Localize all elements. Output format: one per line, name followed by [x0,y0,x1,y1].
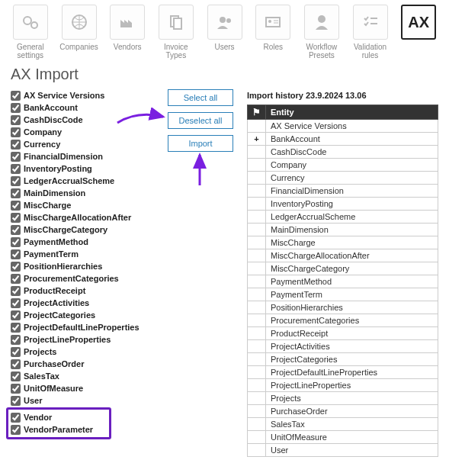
table-row[interactable]: CashDiscCode [248,146,438,159]
entity-checkbox-bankaccount[interactable] [11,103,21,113]
select-all-button[interactable]: Select all [168,89,233,106]
entity-label: ProductReceipt [24,286,85,295]
annotation-highlight-vendor: VendorVendorParameter [6,407,111,439]
nav-item-ax[interactable]: AX [396,5,441,43]
entity-checkbox-ledgeraccrualscheme[interactable] [11,176,21,186]
entity-checkbox-projectactivities[interactable] [11,298,21,308]
import-button[interactable]: Import [168,135,233,152]
entity-cell: MiscChargeCategory [266,262,438,275]
table-row[interactable]: Currency [248,172,438,185]
table-row[interactable]: PaymentMethod [248,275,438,288]
table-row[interactable]: ProjectLineProperties [248,379,438,392]
column-header-flag[interactable]: ⚑ [248,105,266,120]
table-row[interactable]: ProjectDefaultLineProperties [248,366,438,379]
entity-checkbox-productreceipt[interactable] [11,286,21,296]
entity-label: FinancialDimension [24,152,103,161]
entity-checkbox-maindimension[interactable] [11,188,21,198]
table-row[interactable]: UnitOfMeasure [248,431,438,444]
entity-checkbox-procurementcategories[interactable] [11,274,21,284]
table-row[interactable]: MiscCharge [248,236,438,249]
table-row[interactable]: LedgerAccrualScheme [248,211,438,224]
svg-point-6 [226,18,231,23]
entity-checkbox-projectlineproperties[interactable] [11,335,21,345]
nav-item-users[interactable]: Users [202,5,248,51]
import-history-table: ⚑ Entity AX Service Versions+BankAccount… [247,105,438,457]
table-row[interactable]: +BankAccount [248,133,438,146]
nav-item-roles[interactable]: Roles [250,5,296,51]
svg-point-11 [318,15,326,23]
entity-checkbox-salestax[interactable] [11,371,21,381]
entity-checkbox-user[interactable] [11,396,21,406]
entity-checkbox-misccharge[interactable] [11,201,21,211]
expand-cell [248,314,266,327]
table-row[interactable]: PositionHierarchies [248,301,438,314]
entity-checkbox-company[interactable] [11,127,21,137]
entity-checkbox-paymentmethod[interactable] [11,237,21,247]
table-row[interactable]: ProjectCategories [248,353,438,366]
entity-checkbox-purchaseorder[interactable] [11,359,21,369]
entity-check-row: PurchaseOrder [11,358,160,370]
expand-cell [248,275,266,288]
entity-checkbox-miscchargeallocationafter[interactable] [11,213,21,223]
table-row[interactable]: InventoryPosting [248,198,438,211]
table-row[interactable]: Company [248,159,438,172]
entity-checkbox-paymentterm[interactable] [11,249,21,259]
entity-checkbox-projects[interactable] [11,347,21,357]
docs-icon [159,5,194,40]
entity-checkbox-vendor[interactable] [11,413,21,423]
table-row[interactable]: MiscChargeCategory [248,262,438,275]
entity-cell: PaymentMethod [266,275,438,288]
entity-checkbox-projectdefaultlineproperties[interactable] [11,323,21,333]
entity-label: MiscCharge [24,201,71,210]
table-row[interactable]: PaymentTerm [248,288,438,301]
entity-checkbox-financialdimension[interactable] [11,152,21,162]
table-row[interactable]: Projects [248,392,438,405]
entity-label: Projects [24,347,56,356]
nav-label: Users [214,43,234,51]
entity-checkbox-cashdisccode[interactable] [11,115,21,125]
table-row[interactable]: PurchaseOrder [248,405,438,418]
nav-item-vendors[interactable]: Vendors [104,5,150,51]
import-history-title: Import history 23.9.2024 13.06 [247,91,438,100]
nav-item-validation-rules[interactable]: Validation rules [348,5,393,60]
entity-checkbox-inventoryposting[interactable] [11,164,21,174]
entity-label: ProjectDefaultLineProperties [24,323,140,332]
table-row[interactable]: ProjectActivities [248,340,438,353]
nav-item-workflow-presets[interactable]: Workflow Presets [299,5,345,60]
entity-checkbox-projectcategories[interactable] [11,310,21,320]
column-header-entity[interactable]: Entity [266,105,438,120]
nav-item-general-settings[interactable]: General settings [8,5,53,60]
entity-label: MiscChargeCategory [24,225,107,234]
entity-checkbox-vendorparameter[interactable] [11,425,21,435]
entity-checkbox-unitofmeasure[interactable] [11,384,21,394]
table-row[interactable]: ProductReceipt [248,327,438,340]
entity-check-row: VendorParameter [11,423,107,436]
table-row[interactable]: SalesTax [248,418,438,431]
entity-label: PurchaseOrder [24,359,84,368]
table-row[interactable]: ProcurementCategories [248,314,438,327]
table-row[interactable]: FinancialDimension [248,185,438,198]
entity-cell: PaymentTerm [266,288,438,301]
entity-checkbox-positionhierarchies[interactable] [11,262,21,272]
entity-label: ProcurementCategories [24,274,119,283]
deselect-all-button[interactable]: Deselect all [168,112,233,129]
table-row[interactable]: User [248,444,438,457]
table-row[interactable]: AX Service Versions [248,120,438,133]
entity-label: User [24,396,42,405]
entity-label: LedgerAccrualScheme [24,176,114,185]
entity-check-row: MainDimension [11,187,160,199]
table-row[interactable]: MainDimension [248,224,438,236]
expand-cell[interactable]: + [248,133,266,146]
entity-checkbox-ax service versions[interactable] [11,91,21,101]
expand-cell [248,379,266,392]
entity-check-row: ProjectDefaultLineProperties [11,321,160,333]
nav-item-invoice-types[interactable]: Invoice Types [153,5,199,60]
entity-checkbox-miscchargecategory[interactable] [11,225,21,235]
entity-cell: CashDiscCode [266,146,438,159]
nav-item-companies[interactable]: Companies [56,5,102,51]
entity-checkbox-currency[interactable] [11,140,21,150]
table-row[interactable]: MiscChargeAllocationAfter [248,249,438,262]
entity-cell: PositionHierarchies [266,301,438,314]
import-history: Import history 23.9.2024 13.06 ⚑ Entity … [247,89,438,457]
entity-cell: MiscChargeAllocationAfter [266,249,438,262]
